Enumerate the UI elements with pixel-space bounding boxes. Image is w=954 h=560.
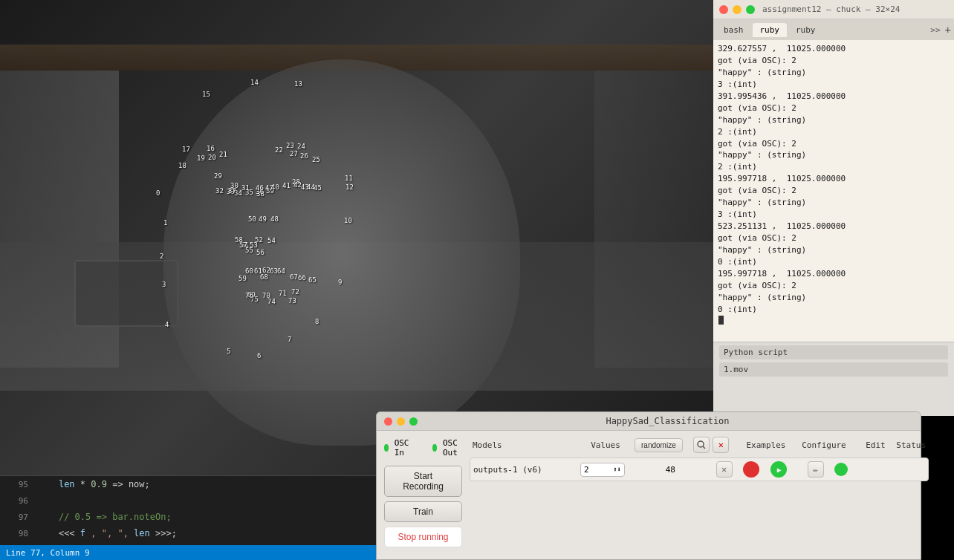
right-side-panel: Python script 1.mov bbox=[713, 342, 954, 416]
landmark-4: 4 bbox=[165, 321, 169, 328]
landmark-14: 14 bbox=[250, 79, 259, 86]
terminal-line: got (via OSC): 2 bbox=[718, 185, 950, 197]
osc-in-indicator bbox=[384, 444, 389, 452]
landmark-32: 32 bbox=[215, 187, 224, 195]
landmark-2: 2 bbox=[160, 253, 163, 260]
landmark-27: 27 bbox=[290, 150, 298, 157]
terminal-line: 2 :(int) bbox=[718, 161, 950, 173]
microwave bbox=[74, 260, 178, 327]
terminal-line: got (via OSC): 2 bbox=[718, 102, 950, 114]
terminal-tab-add[interactable]: + bbox=[945, 24, 951, 36]
landmark-24: 24 bbox=[297, 143, 305, 150]
hs-controls: OSC In OSC Out Start Recording Train Sto… bbox=[381, 435, 465, 555]
terminal-titlebar: assignment12 — chuck — 32×24 bbox=[713, 0, 954, 19]
landmark-12: 12 bbox=[345, 183, 354, 191]
terminal-line: 3 :(int) bbox=[718, 79, 950, 91]
hs-main: Models Values randomize ✕ Examples Confi… bbox=[470, 435, 929, 555]
terminal-tab-bash[interactable]: bash bbox=[716, 23, 751, 37]
terminal-line: 2 :(int) bbox=[718, 126, 950, 138]
hs-buttons: Start Recording Train Stop running bbox=[384, 466, 462, 547]
landmark-16: 16 bbox=[207, 145, 215, 152]
camera-feed: 0123456789101112131415161718192021222324… bbox=[0, 0, 713, 475]
stop-running-button[interactable]: Stop running bbox=[384, 527, 462, 547]
model-example-count: 48 bbox=[640, 465, 700, 475]
landmark-0: 0 bbox=[156, 189, 160, 197]
landmark-50: 50 bbox=[248, 215, 256, 223]
svg-line-1 bbox=[703, 446, 705, 449]
terminal-line: 0 :(int) bbox=[718, 256, 950, 268]
status-indicator bbox=[834, 463, 848, 476]
terminal-close-dot[interactable] bbox=[719, 5, 728, 14]
landmark-11: 11 bbox=[345, 175, 353, 182]
landmark-41: 41 bbox=[282, 182, 291, 189]
happysad-minimize-dot[interactable] bbox=[397, 417, 405, 426]
terminal-minimize-dot[interactable] bbox=[733, 5, 742, 14]
mov-file-item[interactable]: 1.mov bbox=[719, 362, 948, 377]
landmark-59: 59 bbox=[238, 275, 247, 282]
status-column-header: Status bbox=[896, 440, 926, 450]
happysad-titlebar: HappySad_Classification bbox=[377, 412, 921, 431]
landmark-60: 60 bbox=[245, 267, 253, 275]
terminal-line: 391.995436 , 11025.000000 bbox=[718, 91, 950, 102]
examples-column-header: Examples bbox=[740, 440, 792, 450]
osc-in-label: OSC In bbox=[395, 438, 411, 458]
randomize-button[interactable]: randomize bbox=[635, 438, 683, 452]
landmark-65: 65 bbox=[308, 276, 317, 284]
landmark-9: 9 bbox=[338, 279, 342, 286]
landmark-5: 5 bbox=[227, 348, 230, 355]
terminal-tab-more[interactable]: >> bbox=[930, 25, 940, 35]
terminal-cursor bbox=[718, 316, 724, 325]
terminal-title: assignment12 — chuck — 32×24 bbox=[762, 4, 900, 14]
terminal-line: "happy" : (string) bbox=[718, 67, 950, 79]
terminal-line: got (via OSC): 2 bbox=[718, 280, 950, 292]
terminal-maximize-dot[interactable] bbox=[746, 5, 755, 14]
svg-point-0 bbox=[698, 441, 704, 447]
clear-icon-button[interactable]: ✕ bbox=[713, 437, 729, 453]
landmark-74: 74 bbox=[267, 298, 276, 305]
train-button[interactable]: Train bbox=[384, 501, 462, 522]
terminal-line: 195.997718 , 11025.000000 bbox=[718, 268, 950, 280]
hs-header-row: Models Values randomize ✕ Examples Confi… bbox=[470, 435, 929, 455]
configure-record-button[interactable] bbox=[743, 461, 759, 478]
edit-column-header: Edit bbox=[866, 440, 886, 450]
search-icon-button[interactable] bbox=[693, 437, 710, 453]
osc-out-label: OSC Out bbox=[443, 438, 462, 458]
landmark-7: 7 bbox=[288, 336, 291, 343]
terminal-tab-ruby1[interactable]: ruby bbox=[753, 23, 788, 37]
start-recording-button[interactable]: Start Recording bbox=[384, 466, 462, 497]
landmark-47: 47 bbox=[265, 184, 273, 192]
terminal-line: "happy" : (string) bbox=[718, 149, 950, 161]
terminal-line: "happy" : (string) bbox=[718, 292, 950, 304]
landmark-54: 54 bbox=[267, 237, 276, 244]
landmark-6: 6 bbox=[257, 352, 261, 359]
terminal-line: got (via OSC): 2 bbox=[718, 138, 950, 150]
landmark-72: 72 bbox=[291, 288, 299, 296]
model-name: outputs-1 (v6) bbox=[473, 465, 577, 475]
landmark-23: 23 bbox=[286, 142, 294, 149]
landmark-20: 20 bbox=[208, 154, 216, 161]
landmark-67: 67 bbox=[290, 273, 298, 281]
landmark-8: 8 bbox=[315, 318, 319, 325]
edit-pencil-button[interactable]: ✏ bbox=[808, 461, 824, 478]
terminal-tab-ruby2[interactable]: ruby bbox=[788, 23, 823, 37]
terminal-line: 0 :(int) bbox=[718, 304, 950, 316]
happysad-title: HappySad_Classification bbox=[606, 416, 729, 426]
landmark-21: 21 bbox=[219, 151, 227, 158]
landmark-10: 10 bbox=[344, 217, 352, 224]
configure-play-button[interactable]: ▶ bbox=[770, 461, 787, 478]
landmark-46: 46 bbox=[256, 184, 264, 192]
terminal-line: "happy" : (string) bbox=[718, 114, 950, 126]
happysad-maximize-dot[interactable] bbox=[409, 417, 418, 426]
happysad-close-dot[interactable] bbox=[384, 417, 392, 426]
model-value-select[interactable]: 2 ⬆⬇ bbox=[580, 463, 625, 477]
osc-out-indicator bbox=[432, 444, 437, 452]
landmark-58: 58 bbox=[235, 236, 243, 244]
python-script-item[interactable]: Python script bbox=[719, 345, 948, 359]
terminal-line: 195.997718 , 11025.000000 bbox=[718, 173, 950, 185]
landmark-73: 73 bbox=[288, 297, 296, 305]
landmark-45: 45 bbox=[314, 184, 322, 192]
landmark-25: 25 bbox=[312, 156, 320, 163]
landmark-37: 37 bbox=[228, 187, 236, 195]
model-clear-button[interactable]: ✕ bbox=[716, 461, 733, 478]
happysad-panel: HappySad_Classification OSC In OSC Out S… bbox=[376, 411, 921, 560]
